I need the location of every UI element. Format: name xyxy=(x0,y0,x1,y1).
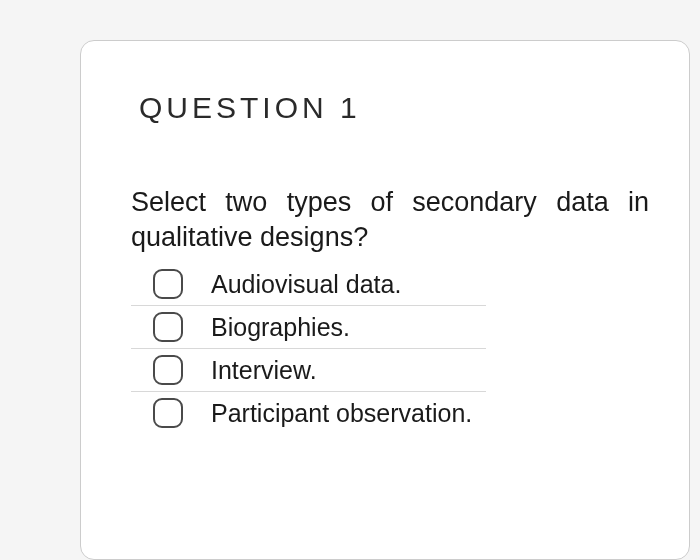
checkbox-cell xyxy=(131,306,193,349)
checkbox[interactable] xyxy=(153,312,183,342)
option-row: Audiovisual data. xyxy=(131,263,486,306)
checkbox[interactable] xyxy=(153,355,183,385)
question-prompt: Select two types of secondary data in qu… xyxy=(131,185,649,255)
checkbox-cell xyxy=(131,392,193,435)
checkbox[interactable] xyxy=(153,269,183,299)
option-row: Interview. xyxy=(131,349,486,392)
question-card: QUESTION 1 Select two types of secondary… xyxy=(80,40,690,560)
checkbox-cell xyxy=(131,349,193,392)
options-list: Audiovisual data. Biographies. Interview… xyxy=(131,263,486,434)
checkbox[interactable] xyxy=(153,398,183,428)
option-row: Participant observation. xyxy=(131,392,486,435)
checkbox-cell xyxy=(131,263,193,306)
option-label: Biographies. xyxy=(193,306,486,349)
option-row: Biographies. xyxy=(131,306,486,349)
option-label: Interview. xyxy=(193,349,486,392)
question-title: QUESTION 1 xyxy=(139,91,649,125)
option-label: Participant observation. xyxy=(193,392,486,435)
option-label: Audiovisual data. xyxy=(193,263,486,306)
